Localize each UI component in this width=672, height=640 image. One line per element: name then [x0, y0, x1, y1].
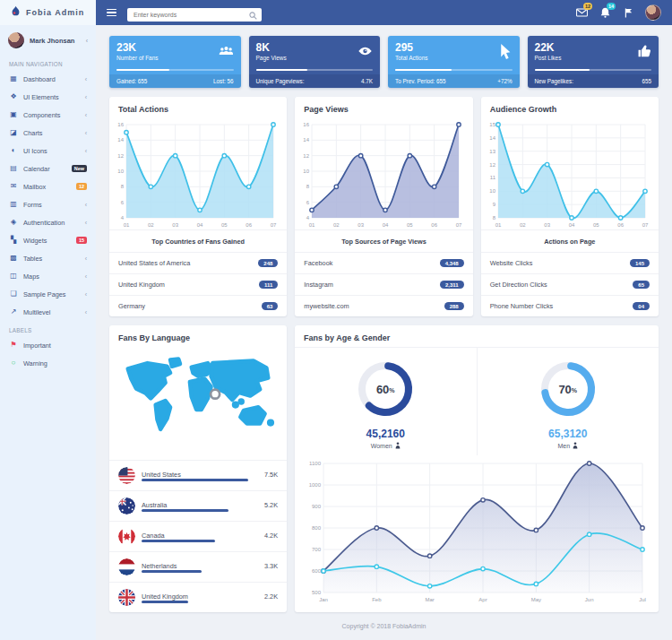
sidebar-nav-item[interactable]: ▦ Dashboard ‹ [0, 70, 96, 88]
sidebar-avatar [8, 32, 24, 48]
country-flag-icon [118, 589, 135, 606]
svg-text:14: 14 [489, 135, 495, 141]
svg-text:8: 8 [492, 215, 495, 221]
svg-text:04: 04 [383, 222, 389, 228]
list-item-label: Facebook [304, 259, 332, 267]
sidebar-nav-item[interactable]: ▣ Components ‹ [0, 106, 96, 124]
list-title: Actions on Page [481, 229, 659, 252]
list-item: United States of America 248 [109, 252, 287, 273]
footer-copyright: Copyright © 2018 FobiaAdmin [109, 612, 659, 639]
nav-item-label: Calendar [23, 165, 50, 173]
nav-item-label: Forms [23, 201, 42, 209]
list-item-label: United Kingdom [118, 281, 165, 289]
sidebar-label-item[interactable]: ○ Warning [0, 354, 96, 372]
card-title: Fans by Age & Gender [295, 325, 659, 347]
stat-foot-left: Unique Pageviews: [256, 78, 305, 84]
search-icon[interactable] [249, 7, 257, 15]
nav-item-badge: New [72, 165, 87, 172]
country-progress [142, 540, 278, 542]
sidebar-nav-item[interactable]: ↗ Multilevel ‹ [0, 303, 96, 321]
svg-text:06: 06 [432, 222, 438, 228]
svg-text:Jan: Jan [319, 597, 328, 602]
nav-item-icon: ◪ [9, 129, 18, 136]
sidebar-nav-item[interactable]: ▚ Widgets 15 ‹ [0, 231, 96, 249]
nav-item-label: Maps [23, 272, 39, 281]
sidebar-nav-item[interactable]: ❏ Sample Pages ‹ [0, 285, 96, 303]
user-name: Mark Jhonsan [30, 37, 81, 45]
chevron-left-icon: ‹ [86, 38, 88, 44]
list-item: mywebsite.com 288 [295, 295, 472, 316]
logo: Fobia Admin [0, 0, 96, 25]
nav-item-icon: ▦ [9, 75, 18, 82]
svg-text:4: 4 [121, 215, 125, 221]
nav-item-icon: ▥ [9, 201, 18, 208]
country-progress [142, 479, 278, 481]
sidebar-nav-item[interactable]: ◈ Authentication ‹ [0, 213, 96, 231]
sidebar-nav-item[interactable]: ❖ UI Elements ‹ [0, 88, 96, 106]
label-text: Warning [23, 359, 47, 368]
nav-item-label: Mailbox [23, 183, 46, 191]
list-item-label: Website Clicks [490, 259, 533, 267]
list-item: Instagram 2,311 [295, 273, 472, 295]
svg-text:03: 03 [172, 222, 178, 228]
main-content: 23K Number of Fans Gained: 655 Lost: 56 … [96, 25, 672, 640]
users-icon [219, 43, 234, 56]
svg-text:1000: 1000 [309, 482, 322, 488]
nav-section-label: MAIN NAVIGATION [0, 55, 96, 70]
language-row: United Kingdom 2.2K [109, 582, 287, 612]
list-item-label: Get Direction Clicks [490, 281, 547, 289]
svg-text:03: 03 [358, 222, 365, 228]
svg-text:16: 16 [304, 122, 310, 127]
nav-item-icon: ▚ [9, 237, 18, 244]
user-avatar[interactable] [645, 4, 661, 21]
search-box [127, 4, 262, 22]
list-item: Germany 63 [109, 295, 287, 316]
list-item: Facebook 4,348 [295, 252, 472, 273]
list-item-badge: 288 [444, 302, 464, 310]
svg-text:07: 07 [642, 222, 648, 228]
sidebar-user-menu[interactable]: Mark Jhonsan ‹ [0, 25, 96, 55]
svg-text:04: 04 [197, 222, 203, 228]
nav-item-label: Components [23, 111, 60, 119]
svg-text:02: 02 [333, 222, 340, 228]
country-progress [142, 509, 278, 512]
progress-bar [395, 69, 513, 71]
list-item-badge: 2,311 [440, 281, 464, 289]
sidebar-nav-item[interactable]: ▥ Forms ‹ [0, 195, 96, 213]
svg-text:9: 9 [492, 202, 495, 207]
sidebar-nav-item[interactable]: ▩ Tables ‹ [0, 249, 96, 267]
messages-icon[interactable]: 12 [575, 6, 588, 19]
map-marker [211, 390, 220, 399]
svg-text:06: 06 [617, 222, 624, 228]
sidebar-nav-item[interactable]: ◫ Maps ‹ [0, 267, 96, 285]
card-fans-age-gender: Fans by Age & Gender 60% 45,2160 Women 7… [295, 325, 659, 612]
svg-text:6: 6 [121, 200, 125, 205]
nav-item-icon: ◈ [9, 219, 18, 226]
sidebar-nav-item[interactable]: ◪ Charts ‹ [0, 124, 96, 142]
card-page-views: Page Views 4681012141601020304050607 Top… [295, 97, 472, 316]
svg-text:14: 14 [117, 137, 124, 143]
chevron-left-icon: ‹ [85, 273, 87, 280]
svg-text:Jul: Jul [639, 597, 646, 602]
list-item-badge: 4,348 [440, 259, 464, 267]
nav-item-label: Dashboard [23, 75, 56, 83]
nav-item-label: UI Elements [23, 93, 59, 101]
nav-item-label: Charts [23, 129, 43, 137]
label-icon: ⚑ [9, 342, 18, 349]
sidebar-nav-item[interactable]: ✉ Mailbox 12 ‹ [0, 177, 96, 195]
notifications-bell-icon[interactable]: 14 [599, 6, 611, 19]
nav-item-icon: ▩ [9, 255, 18, 262]
svg-text:Jun: Jun [585, 597, 594, 602]
chevron-left-icon: ‹ [85, 220, 87, 226]
svg-text:May: May [531, 597, 541, 602]
flag-icon[interactable] [622, 6, 634, 19]
list-item-label: Instagram [304, 281, 332, 289]
sidebar-nav-item[interactable]: ◐ UI Icons ‹ [0, 142, 96, 160]
svg-text:4: 4 [306, 215, 310, 221]
sidebar-label-item[interactable]: ⚑ Important [0, 336, 96, 354]
hamburger-menu-icon[interactable] [107, 9, 116, 17]
svg-text:07: 07 [271, 222, 277, 228]
search-input[interactable] [127, 8, 262, 22]
sidebar-nav-item[interactable]: ▤ Calendar New ‹ [0, 160, 96, 177]
chevron-left-icon: ‹ [85, 255, 87, 262]
